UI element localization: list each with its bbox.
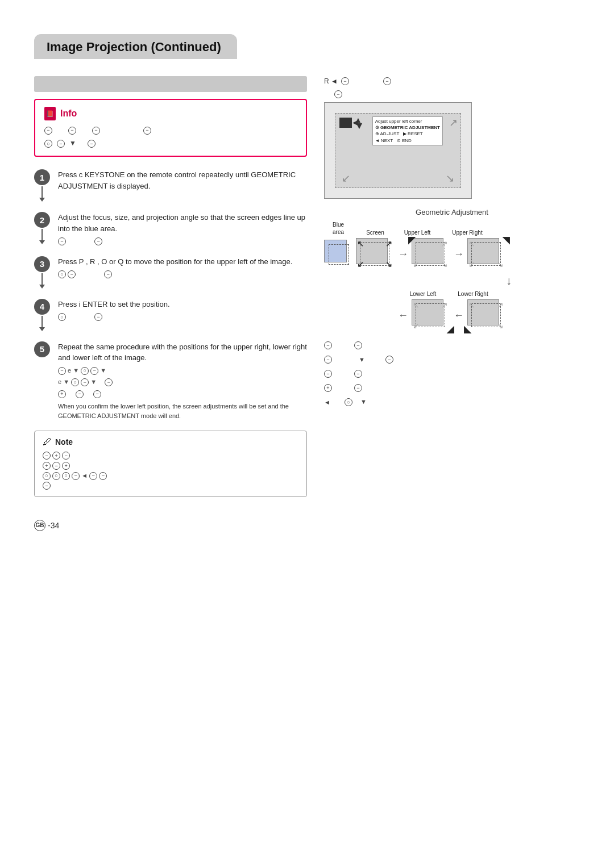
step-4-sub: ○ − — [58, 312, 307, 322]
step-3-text: Press P , R , O or Q to move the positio… — [58, 257, 292, 266]
page-footer: GB -34 — [34, 520, 580, 531]
geo-row2: ← ◢ ↖ ↗ ↙ ← — [324, 299, 580, 331]
step-4: 4 Press i ENTER to set the position. ○ − — [34, 299, 307, 331]
info-title: Info — [60, 108, 77, 119]
step-1-num-wrap: 1 — [34, 169, 50, 202]
main-layout: 📕 Info − − − − ○ − — [34, 76, 580, 497]
page-title-wrap: Image Projection (Continued) — [34, 34, 580, 59]
step-4-arrow — [39, 327, 45, 331]
right-top-diagram: R ◄ − − − ▼ ◄ — [324, 76, 580, 202]
corner-symbol-bl: ↙ — [342, 172, 350, 185]
step-3: 3 Press P , R , O or Q to move the posit… — [34, 256, 307, 289]
label-upper-right: Upper Right — [448, 229, 487, 236]
ll-arrow-br: ↘ — [497, 321, 504, 330]
step-2-content: Adjust the focus, size, and projection a… — [58, 212, 307, 246]
note-line-1: − + − — [43, 450, 298, 461]
info-content: − − − − ○ − ▼ − — [44, 125, 297, 149]
arrow-right-2: → — [454, 248, 464, 260]
label-screen: Screen — [356, 229, 395, 236]
arrow-left-2: ← — [454, 310, 464, 322]
step-5: 5 Repeat the same procedure with the pos… — [34, 341, 307, 421]
step-1-connector — [42, 186, 43, 198]
step-5-num: 5 — [34, 341, 50, 357]
step-2-num-wrap: 2 — [34, 212, 50, 244]
step-3-connector — [42, 273, 43, 285]
corner-symbol-br: ↘ — [446, 172, 454, 185]
step-3-arrow — [39, 285, 45, 289]
step-1: 1 Press c KEYSTONE on the remote control… — [34, 169, 307, 202]
note-line-2: + − + — [43, 461, 298, 471]
step-5-sub2: e ▼ ○ − ▼ − — [58, 377, 307, 387]
step-1-text: Press c KEYSTONE on the remote control r… — [58, 170, 296, 190]
page-number: -34 — [48, 521, 59, 530]
lr-arrow-tl: ↖ — [413, 301, 420, 310]
blue-dashed — [329, 244, 349, 265]
adj-row-5: ◄ ○ ▼ — [324, 398, 580, 407]
step-2-num: 2 — [34, 212, 50, 228]
adjust-info-box: Adjust upper left corner ⊙ GEOMETRIC ADJ… — [372, 116, 443, 145]
step-5-sub1: − e ▼ ○ − ▼ — [58, 366, 307, 375]
step-2-text: Adjust the focus, size, and projection a… — [58, 213, 305, 233]
left-column: 📕 Info − − − − ○ − — [34, 76, 307, 497]
minus-sym5: − — [57, 140, 65, 148]
step-3-num: 3 — [34, 256, 50, 272]
projection-diagram-box: ▼ ◄ ▲ Adjust upper left corner ⊙ GEOMETR… — [324, 102, 472, 199]
step-1-content: Press c KEYSTONE on the remote control r… — [58, 169, 307, 191]
step-4-content: Press i ENTER to set the position. ○ − — [58, 299, 307, 322]
r-sub-row: − — [324, 89, 580, 99]
info-line-1: − − − − — [44, 125, 297, 136]
geo-title: Geometric Adjustment — [324, 208, 580, 216]
arrow-left-1: ← — [398, 310, 408, 322]
adj-row-2: − ▼ − — [324, 356, 580, 364]
ur-arrow-tl: ↖ — [468, 239, 475, 248]
geo-labels-row2: Lower Left Lower Right — [324, 291, 580, 297]
adj-row-3: − − — [324, 370, 580, 378]
r-label-row: R ◄ − − — [324, 76, 580, 86]
minus-sym: − — [44, 127, 52, 135]
gb-circle: GB — [34, 520, 45, 531]
step-1-arrow — [39, 198, 45, 202]
minus-sym6: − — [88, 140, 96, 148]
geo-row1: ↖ ↗ ↙ ↘ → ◤ ↗ ↙ ↘ — [324, 238, 580, 270]
step-5-sub3: + − − — [58, 389, 307, 399]
ll-arrow: ◣ — [464, 324, 471, 335]
adj-row-1: − − — [324, 341, 580, 350]
label-upper-left: Upper Left — [398, 229, 437, 236]
minus-sym2: − — [68, 127, 76, 135]
ul-arrow-br: ↘ — [441, 260, 448, 269]
gray-bar — [34, 76, 307, 92]
note-title: Note — [55, 437, 73, 446]
step-4-num: 4 — [34, 299, 50, 315]
step-5-warning: When you confirm the lower left position… — [58, 402, 307, 420]
black-square — [339, 118, 352, 128]
step-3-content: Press P , R , O or Q to move the positio… — [58, 256, 307, 279]
info-header: 📕 Info — [44, 107, 297, 120]
upper-left-box: ◤ ↗ ↙ ↘ — [412, 238, 450, 270]
screen-arrow-bl: ↙ — [357, 260, 364, 269]
minus-sym3: − — [92, 127, 100, 135]
screen-arrow-tl: ↖ — [357, 239, 364, 248]
note-header: 🖊 Note — [43, 437, 298, 447]
note-content: − + − + − + — [43, 450, 298, 490]
step-2-arrow — [39, 240, 45, 244]
lr-arrow-bl: ↙ — [413, 321, 420, 330]
label-blue-area: Bluearea — [324, 221, 352, 236]
ur-arrow-br: ↘ — [497, 260, 504, 269]
adj-row-4: + − — [324, 384, 580, 393]
lower-left-box: ◣ ↖ ↗ ↘ — [467, 299, 506, 331]
step-5-text: Repeat the same procedure with the posit… — [58, 343, 307, 362]
ur-arrow: ◥ — [503, 235, 509, 245]
lower-right-box: ◢ ↖ ↗ ↙ — [412, 299, 450, 331]
step-2: 2 Adjust the focus, size, and projection… — [34, 212, 307, 246]
ul-arrow-bl: ↙ — [413, 260, 420, 269]
note-line-4: − — [43, 481, 298, 491]
step-1-num: 1 — [34, 169, 50, 185]
right-bottom-symbols: − − − ▼ − − − + — [324, 341, 580, 407]
geo-section: Geometric Adjustment Bluearea Screen Upp… — [324, 208, 580, 407]
note-line-3: ○ ○ ○ − ◄ − − — [43, 471, 298, 481]
step-4-text: Press i ENTER to set the position. — [58, 300, 170, 308]
step-3-sub: ○ − − — [58, 269, 307, 279]
screen-box: ↖ ↗ ↙ ↘ — [356, 238, 395, 270]
corner-symbol-tr: ↗ — [449, 116, 458, 129]
ll-arrow-tl: ↖ — [468, 301, 475, 310]
